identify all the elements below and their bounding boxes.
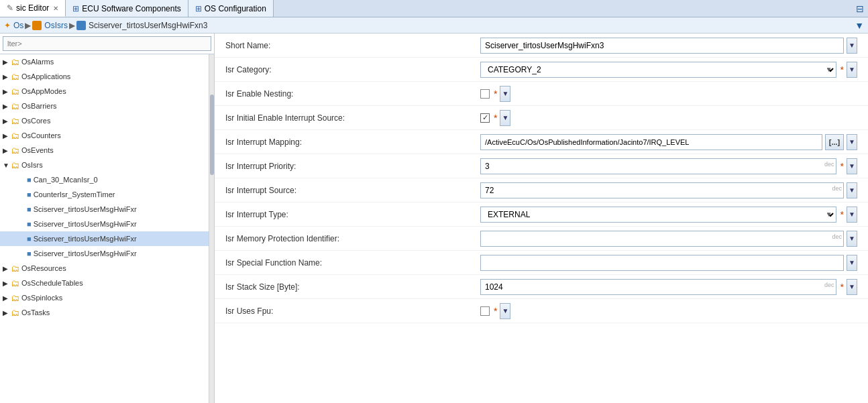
tree-scrollbar[interactable] [209,54,214,403]
label-isr-interrupt-priority: Isr Interrupt Priority: [225,162,480,171]
tree-item-ostasks[interactable]: ▶ 🗂 OsTasks [0,305,209,320]
tree-item-osappmodes[interactable]: ▶ 🗂 OsAppModes [0,84,209,99]
tab-basic-editor[interactable]: ✎ sic Editor ✕ [0,0,66,17]
arrow-btn-fpu[interactable]: ▼ [500,303,510,319]
tree-label-osscheduletables: OsScheduleTables [21,279,83,287]
tree-item-osspinlocks[interactable]: ▶ 🗂 OsSpinlocks [0,290,209,305]
filter-icon[interactable]: ▼ [855,20,864,31]
required-star-fpu: * [494,306,497,316]
arrow-btn-type[interactable]: ▼ [847,207,857,223]
tree-item-osscheduletables[interactable]: ▶ 🗂 OsScheduleTables [0,276,209,290]
arrow-btn-initial-enable[interactable]: ▼ [500,110,510,126]
mapping-value: /ActiveEcuC/Os/OsPublishedInformation/Ja… [485,138,689,146]
tree-item-sciserver1[interactable]: ■ Sciserver_tirtosUserMsgHwiFxr [0,202,209,217]
label-isr-special-function: Isr Special Function Name: [225,258,480,268]
label-short-name: Short Name: [225,41,480,50]
tree-label-counter-isr: CounterIsr_SystemTimer [34,190,115,198]
arrow-btn-memory[interactable]: ▼ [847,231,857,247]
item-icon: ■ [27,205,32,213]
tree-item-osbarriers[interactable]: ▶ 🗂 OsBarriers [0,99,209,113]
browse-btn-mapping[interactable]: [...] [825,134,844,150]
required-star-stack: * [840,282,844,292]
dec-tag-memory: dec [832,233,842,240]
row-isr-interrupt-type: Isr Interrupt Type: EXTERNAL INTERNAL ▼ … [215,203,868,227]
required-star-priority: * [840,161,844,172]
checkbox-initial-enable[interactable]: ✓ [480,113,490,123]
input-interrupt-priority[interactable] [480,158,836,174]
select-wrap-type: EXTERNAL INTERNAL ▼ [480,207,836,223]
required-star-initial-enable: * [494,113,497,123]
tree-item-osapplications[interactable]: ▶ 🗂 OsApplications [0,69,209,84]
tree-inner: ▶ 🗂 OsAlarms ▶ 🗂 OsApplications ▶ 🗂 OsAp… [0,54,214,403]
tree-item-osresources[interactable]: ▶ 🗂 OsResources [0,261,209,276]
tree-item-oscores[interactable]: ▶ 🗂 OsCores [0,113,209,128]
value-short-name: ▼ [480,38,857,54]
tree-item-can30[interactable]: ■ Can_30_McanIsr_0 [0,172,209,187]
tree-item-osisrs[interactable]: ▼ 🗂 OsIsrs [0,158,209,172]
tree-item-osalarms[interactable]: ▶ 🗂 OsAlarms [0,54,209,69]
expand-icon: ▶ [3,58,11,66]
tab-os-icon: ⊞ [195,4,202,13]
tab-os-config[interactable]: ⊞ OS Configuration [188,0,274,17]
input-interrupt-source[interactable] [480,182,844,198]
breadcrumb-os[interactable]: Os [13,21,23,30]
breadcrumb-current: Sciserver_tirtosUserMsgHwiFxn3 [89,21,207,30]
value-isr-special-function: ▼ [480,255,857,271]
tree-item-sciserver2[interactable]: ■ Sciserver_tirtosUserMsgHwiFxr [0,217,209,231]
arrow-btn-mapping[interactable]: ▼ [847,134,857,150]
folder-icon: 🗂 [11,131,19,141]
row-isr-memory-protection: Isr Memory Protection Identifier: dec ▼ [215,227,868,251]
arrow-btn-nesting[interactable]: ▼ [500,86,510,102]
tab-ecu-icon: ⊞ [72,4,79,13]
input-stack-size[interactable] [480,279,836,295]
input-memory-protection[interactable] [480,231,844,247]
breadcrumb-oslsrs-icon [32,21,42,30]
checkbox-enable-nesting[interactable] [480,89,490,99]
label-isr-memory-protection: Isr Memory Protection Identifier: [225,234,480,243]
checkbox-uses-fpu[interactable] [480,306,490,316]
arrow-btn-special-function[interactable]: ▼ [847,255,857,271]
select-interrupt-type[interactable]: EXTERNAL INTERNAL [480,207,836,223]
input-special-function[interactable] [480,255,844,271]
tree-label-sciserver2: Sciserver_tirtosUserMsgHwiFxr [34,220,137,228]
row-isr-enable-nesting: Isr Enable Nesting: * ▼ [215,82,868,106]
tab-edit-icon: ✎ [7,3,13,13]
value-isr-interrupt-mapping: /ActiveEcuC/Os/OsPublishedInformation/Ja… [480,134,857,150]
tree-item-oscounters[interactable]: ▶ 🗂 OsCounters [0,128,209,143]
num-wrap-priority: dec [480,158,836,174]
filter-box [0,34,214,54]
value-isr-interrupt-priority: dec * ▼ [480,158,857,174]
maximize-icon[interactable]: ⊟ [852,3,868,14]
tree-item-sciserver3[interactable]: ■ Sciserver_tirtosUserMsgHwiFxr [0,231,209,246]
expand-icon: ▶ [3,88,11,95]
tab-ecu-sw[interactable]: ⊞ ECU Software Components [66,0,188,17]
tree-item-sciserver4[interactable]: ■ Sciserver_tirtosUserMsgHwiFxr [0,246,209,261]
tree-item-counter-isr[interactable]: ■ CounterIsr_SystemTimer [0,187,209,202]
input-short-name[interactable] [480,38,844,54]
arrow-btn-short-name[interactable]: ▼ [847,38,857,54]
tab-close-basic-editor[interactable]: ✕ [53,5,58,12]
required-star-category: * [840,64,844,75]
arrow-btn-source[interactable]: ▼ [847,182,857,198]
arrow-btn-stack[interactable]: ▼ [847,279,857,295]
arrow-btn-priority[interactable]: ▼ [847,158,857,174]
tree-item-osevents[interactable]: ▶ 🗂 OsEvents [0,143,209,158]
value-isr-category: CATEGORY_2 CATEGORY_1 ▼ * ▼ [480,62,857,78]
tree-label-oscounters: OsCounters [21,131,61,139]
tree-label-sciserver1: Sciserver_tirtosUserMsgHwiFxr [34,205,137,213]
row-isr-interrupt-priority: Isr Interrupt Priority: dec * ▼ [215,154,868,178]
detail-panel: Short Name: ▼ Isr Category: CATEGORY_2 C… [215,34,868,403]
expand-icon: ▶ [3,117,11,125]
arrow-btn-category[interactable]: ▼ [847,62,857,78]
tree-scroll-thumb[interactable] [210,95,214,175]
select-isr-category[interactable]: CATEGORY_2 CATEGORY_1 [480,62,836,78]
folder-icon: 🗂 [11,264,19,274]
folder-icon: 🗂 [11,278,19,288]
mapping-field-interrupt[interactable]: /ActiveEcuC/Os/OsPublishedInformation/Ja… [480,134,822,150]
label-isr-uses-fpu: Isr Uses Fpu: [225,306,480,316]
row-isr-interrupt-source: Isr Interrupt Source: dec ▼ [215,178,868,203]
filter-input[interactable] [3,36,211,51]
dec-tag-source: dec [832,185,842,192]
breadcrumb-oslsrs[interactable]: OsIsrs [44,21,68,30]
folder-icon: 🗂 [11,57,19,67]
